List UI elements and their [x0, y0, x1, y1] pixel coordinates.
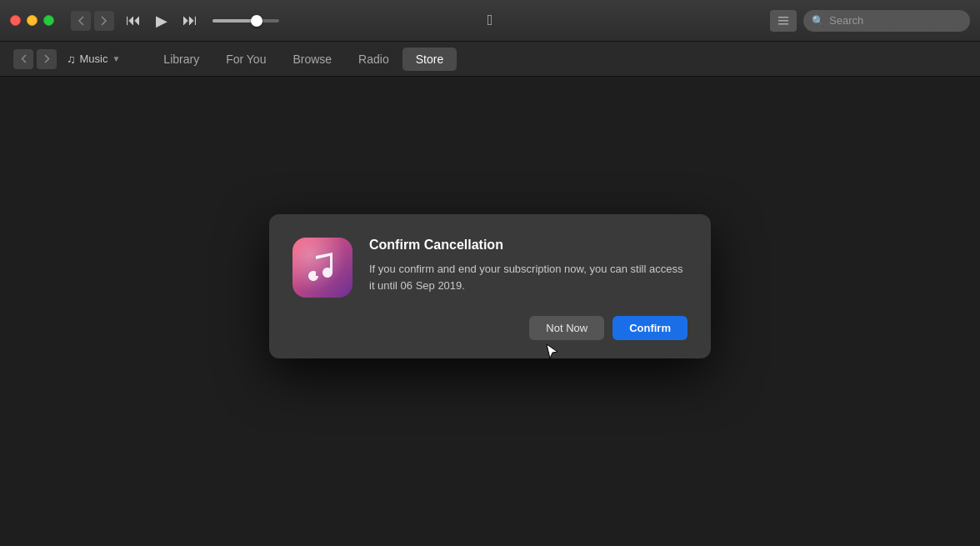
volume-control[interactable] [212, 19, 279, 23]
tab-store[interactable]: Store [402, 48, 457, 71]
music-app-icon [292, 238, 352, 298]
music-section-label: Music [80, 53, 108, 65]
dialog-buttons: Not Now Confirm [292, 316, 688, 340]
music-section-selector[interactable]: ♫ Music ▼ [67, 53, 120, 66]
back-arrow[interactable] [71, 11, 91, 31]
tab-library[interactable]: Library [150, 48, 212, 71]
page-forward-button[interactable] [37, 49, 57, 69]
titlebar: ⏮ ▶ ⏭  🔍 Search [0, 0, 980, 42]
dialog-text: Confirm Cancellation If you confirm and … [369, 238, 688, 293]
svg-rect-2 [778, 23, 788, 25]
nav-arrows [71, 11, 114, 31]
confirm-cancellation-dialog: Confirm Cancellation If you confirm and … [269, 214, 711, 358]
tab-browse[interactable]: Browse [279, 48, 345, 71]
dialog-body: If you confirm and end your subscription… [369, 261, 688, 293]
nav-back-forward [13, 49, 57, 69]
forward-button[interactable]: ⏭ [179, 12, 201, 29]
dialog-content: Confirm Cancellation If you confirm and … [292, 238, 688, 298]
tab-radio[interactable]: Radio [345, 48, 402, 71]
search-input-label: Search [829, 14, 863, 27]
titlebar-right: 🔍 Search [770, 10, 970, 32]
main-content: Confirm Cancellation If you confirm and … [0, 77, 980, 546]
svg-rect-1 [778, 20, 788, 22]
volume-bar[interactable] [212, 19, 279, 23]
search-bar[interactable]: 🔍 Search [803, 10, 970, 32]
confirm-button[interactable]: Confirm [612, 316, 688, 340]
forward-arrow[interactable] [94, 11, 114, 31]
close-button[interactable] [10, 15, 21, 26]
navbar: ♫ Music ▼ Library For You Browse Radio S… [0, 42, 980, 77]
play-button[interactable]: ▶ [152, 12, 171, 30]
page-back-button[interactable] [13, 49, 33, 69]
nav-tabs: Library For You Browse Radio Store [150, 48, 457, 71]
dialog-overlay: Confirm Cancellation If you confirm and … [0, 77, 980, 546]
list-view-button[interactable] [770, 10, 797, 32]
not-now-button[interactable]: Not Now [529, 316, 604, 340]
music-note-icon: ♫ [67, 53, 76, 66]
tab-for-you[interactable]: For You [212, 48, 279, 71]
minimize-button[interactable] [27, 15, 38, 26]
svg-rect-0 [778, 17, 788, 18]
section-dropdown-arrow: ▼ [112, 54, 120, 63]
maximize-button[interactable] [43, 15, 54, 26]
apple-logo:  [488, 12, 493, 29]
dialog-title: Confirm Cancellation [369, 238, 688, 253]
traffic-lights [10, 15, 54, 26]
rewind-button[interactable]: ⏮ [122, 12, 144, 29]
search-icon: 🔍 [812, 15, 824, 27]
